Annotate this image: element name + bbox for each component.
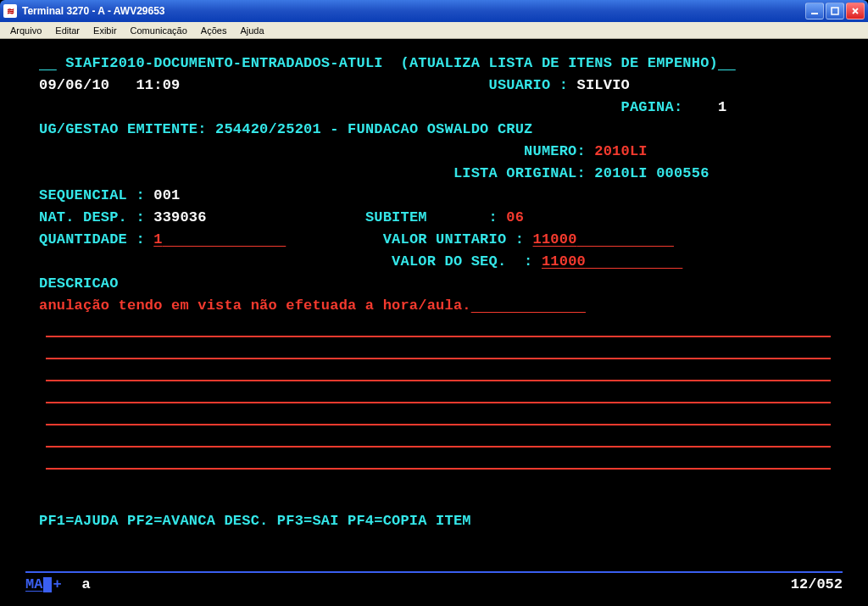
status-cursor	[43, 577, 52, 592]
quantidade-field[interactable]: 1	[153, 231, 286, 247]
menu-acoes[interactable]: Ações	[194, 24, 234, 37]
svg-rect-1	[832, 8, 838, 14]
status-ma: MA	[25, 576, 42, 592]
window-title: Terminal 3270 - A - AWV29653	[22, 5, 805, 17]
status-bar: MA+ a 12/052	[25, 571, 843, 592]
nat-line: NAT. DESP. : 339036 SUBITEM : 06	[7, 207, 861, 229]
titlebar[interactable]: ≋ Terminal 3270 - A - AWV29653	[0, 0, 868, 22]
menu-comunicacao[interactable]: Comunicação	[124, 24, 194, 37]
desc-empty-line-2[interactable]	[46, 358, 831, 359]
minimize-button[interactable]	[805, 3, 824, 19]
lista-line: LISTA ORIGINAL: 2010LI 000556	[7, 163, 861, 185]
java-icon: ≋	[3, 4, 17, 18]
terminal-screen[interactable]: SIAFI2010-DOCUMENTO-ENTRADADOS-ATULI (AT…	[0, 39, 868, 606]
desc-empty-line-3[interactable]	[46, 380, 831, 381]
header-line: SIAFI2010-DOCUMENTO-ENTRADADOS-ATULI (AT…	[7, 53, 861, 75]
valor-unitario-field[interactable]: 11000	[533, 231, 674, 247]
desc-empty-line-4[interactable]	[46, 402, 831, 403]
date-line: 09/06/10 11:09 USUARIO : SILVIO	[7, 75, 861, 97]
quant-line: QUANTIDADE : 1 VALOR UNITARIO : 11000	[7, 229, 861, 251]
desc-label-line: DESCRICAO	[7, 273, 861, 295]
cursor-position: 12/052	[791, 576, 843, 592]
pagina-line: PAGINA: 1	[7, 97, 861, 119]
terminal-window: ≋ Terminal 3270 - A - AWV29653 Arquivo E…	[0, 0, 868, 606]
svg-rect-0	[811, 13, 818, 14]
pf-keys-line: PF1=AJUDA PF2=AVANCA DESC. PF3=SAI PF4=C…	[7, 510, 861, 532]
close-button[interactable]	[846, 3, 865, 19]
menubar: Arquivo Editar Exibir Comunicação Ações …	[0, 22, 868, 39]
seq-line: SEQUENCIAL : 001	[7, 185, 861, 207]
numero-line: NUMERO: 2010LI	[7, 141, 861, 163]
status-plus: +	[53, 576, 61, 592]
menu-arquivo[interactable]: Arquivo	[3, 24, 48, 37]
menu-ajuda[interactable]: Ajuda	[233, 24, 270, 37]
desc-empty-line-5[interactable]	[46, 424, 831, 425]
valor-seq-field[interactable]: 11000	[542, 253, 682, 270]
desc-empty-line-6[interactable]	[46, 446, 831, 448]
desc-empty-line-1[interactable]	[46, 336, 831, 337]
status-a: a	[82, 576, 91, 592]
descricao-field[interactable]: anulação tendo em vista não efetuada a h…	[7, 295, 861, 317]
menu-editar[interactable]: Editar	[48, 24, 86, 37]
valseq-line: VALOR DO SEQ. : 11000	[7, 251, 861, 273]
menu-exibir[interactable]: Exibir	[86, 24, 124, 37]
maximize-button[interactable]	[826, 3, 844, 19]
ug-line: UG/GESTAO EMITENTE: 254420/25201 - FUNDA…	[7, 119, 861, 141]
